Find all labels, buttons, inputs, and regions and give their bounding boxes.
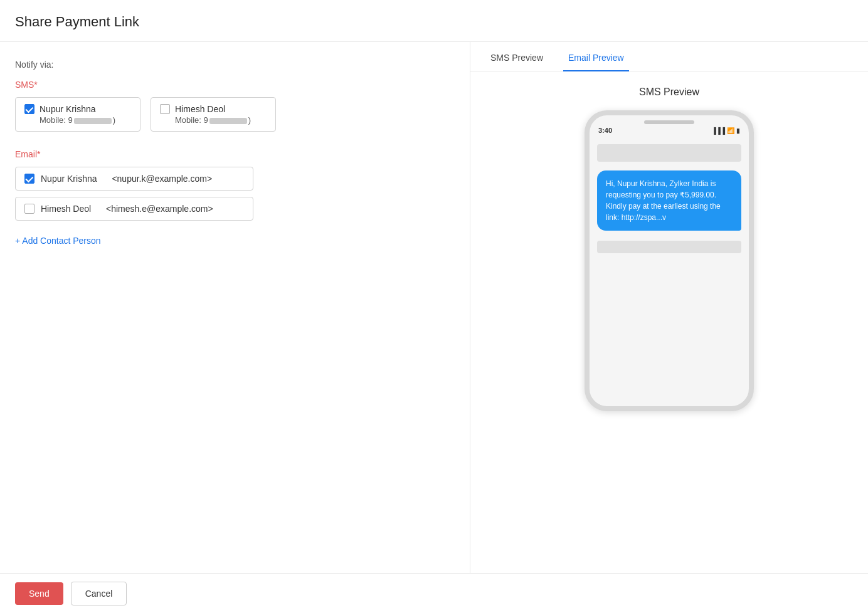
phone-status-icons: ▐▐▐ 📶 ▮ [712, 127, 740, 134]
phone-status-bar: 3:40 ▐▐▐ 📶 ▮ [590, 124, 749, 137]
notify-label: Notify via: [15, 60, 451, 70]
email-contact-name-2: Himesh Deol [41, 204, 91, 214]
sms-preview-bubble: Hi, Nupur Krishna, Zylker India is reque… [597, 170, 741, 231]
preview-tabs: SMS Preview Email Preview [470, 42, 868, 71]
email-contact-email-2: <himesh.e@example.com> [106, 204, 213, 214]
email-checkbox-1[interactable] [24, 174, 34, 184]
sms-checkbox-1[interactable] [24, 104, 34, 114]
preview-content-title: SMS Preview [639, 86, 699, 98]
phone-body: Hi, Nupur Krishna, Zylker India is reque… [590, 137, 749, 402]
footer: Send Cancel [0, 573, 868, 613]
phone-bottom-bar [597, 241, 741, 253]
email-contact-row-1: Nupur Krishna <nupur.k@example.com> [15, 167, 253, 191]
signal-icon: ▐▐▐ [712, 127, 725, 134]
email-checkbox-2[interactable] [24, 204, 34, 214]
sms-contact-card-2: Himesh Deol Mobile: 9) [151, 97, 276, 132]
sms-contacts-list: Nupur Krishna Mobile: 9) Himesh Deol Mob… [15, 97, 451, 132]
phone-top-bar [597, 144, 741, 162]
email-section-label: Email* [15, 149, 451, 159]
email-section: Email* Nupur Krishna <nupur.k@example.co… [15, 149, 451, 246]
email-contact-email-1: <nupur.k@example.com> [112, 174, 212, 184]
cancel-button[interactable]: Cancel [71, 582, 127, 605]
sms-contact-mobile-1: Mobile: 9) [40, 115, 131, 125]
sms-contact-header-1: Nupur Krishna [24, 104, 131, 114]
left-panel: Notify via: SMS* Nupur Krishna Mobile: 9… [0, 42, 470, 581]
email-contact-row-2: Himesh Deol <himesh.e@example.com> [15, 197, 253, 221]
tab-email-preview[interactable]: Email Preview [563, 43, 629, 71]
tab-sms-preview[interactable]: SMS Preview [485, 43, 548, 71]
sms-section-label: SMS* [15, 80, 451, 90]
email-contacts-list: Nupur Krishna <nupur.k@example.com> Hime… [15, 167, 451, 221]
add-contact-link[interactable]: + Add Contact Person [15, 236, 101, 246]
phone-mockup: 3:40 ▐▐▐ 📶 ▮ Hi, Nupur Krishna, Zylker I… [585, 110, 754, 411]
right-panel: SMS Preview Email Preview SMS Preview 3:… [470, 42, 868, 581]
wifi-icon: 📶 [727, 127, 734, 134]
sms-contact-card-1: Nupur Krishna Mobile: 9) [15, 97, 140, 132]
email-contact-name-1: Nupur Krishna [41, 174, 97, 184]
send-button[interactable]: Send [15, 582, 63, 605]
sms-contact-header-2: Himesh Deol [160, 104, 267, 114]
sms-checkbox-2[interactable] [160, 104, 170, 114]
sms-contact-name-2: Himesh Deol [175, 104, 225, 114]
preview-content: SMS Preview 3:40 ▐▐▐ 📶 ▮ Hi, Nupur Krish… [470, 71, 868, 426]
battery-icon: ▮ [736, 127, 740, 134]
page-title: Share Payment Link [0, 0, 868, 42]
phone-time: 3:40 [598, 127, 612, 134]
sms-contact-name-1: Nupur Krishna [40, 104, 96, 114]
sms-contact-mobile-2: Mobile: 9) [175, 115, 267, 125]
